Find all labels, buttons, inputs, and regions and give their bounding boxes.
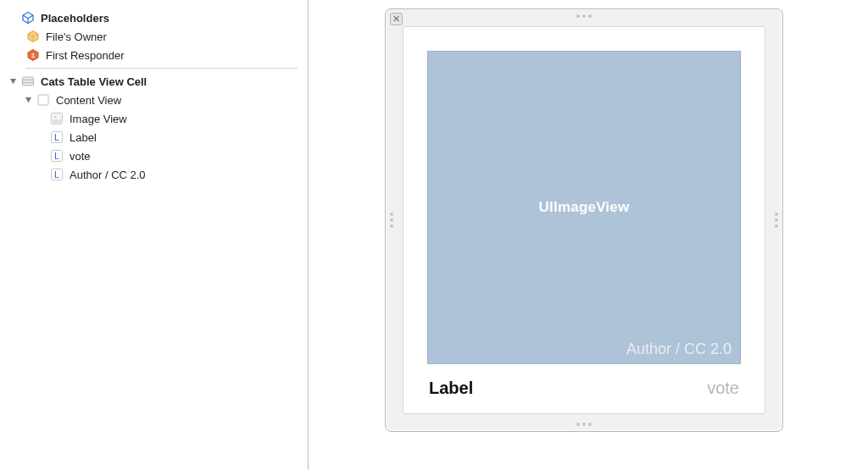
blank-disclosure (7, 12, 19, 24)
files-owner-icon (25, 29, 41, 44)
svg-marker-10 (25, 97, 31, 102)
resize-grip-bottom[interactable] (576, 423, 592, 426)
outline-item-label: First Responder (46, 49, 301, 62)
outline-label[interactable]: L Label (0, 128, 308, 147)
resize-grip-left[interactable] (390, 213, 393, 228)
outline-item-label: Cats Table View Cell (41, 75, 301, 88)
first-responder-icon: 1 (25, 47, 41, 63)
canvas-label[interactable]: Label (429, 379, 473, 398)
uilabel-icon: L (49, 167, 64, 182)
disclosure-triangle-icon[interactable] (22, 94, 34, 106)
placeholders-icon (20, 10, 36, 25)
resize-grip-right[interactable] (775, 213, 778, 228)
close-icon[interactable]: ✕ (390, 13, 403, 25)
svg-text:1: 1 (31, 52, 36, 59)
outline-item-label: vote (70, 150, 301, 163)
view-icon (36, 92, 51, 108)
svg-rect-7 (23, 77, 34, 86)
svg-text:L: L (54, 169, 59, 180)
svg-marker-6 (9, 78, 15, 83)
canvas-cell-container[interactable]: ✕ UIImageView Author / CC 2.0 Label vote (385, 8, 783, 432)
outline-item-label: Image View (70, 113, 301, 125)
outline-item-label: Label (70, 131, 301, 144)
outline-author[interactable]: L Author / CC 2.0 (0, 165, 308, 184)
interface-builder-canvas[interactable]: ✕ UIImageView Author / CC 2.0 Label vote (309, 0, 868, 470)
outline-placeholders-header[interactable]: Placeholders (0, 8, 308, 27)
uilabel-icon: L (49, 130, 64, 145)
svg-text:L: L (54, 132, 59, 142)
tableviewcell-icon (20, 74, 36, 89)
imageview-icon (49, 111, 64, 126)
svg-text:L: L (54, 151, 59, 161)
disclosure-triangle-icon[interactable] (7, 75, 19, 87)
outline-first-responder[interactable]: 1 First Responder (0, 46, 308, 64)
outline-image-view[interactable]: Image View (0, 109, 308, 128)
outline-cell-group[interactable]: Cats Table View Cell (0, 72, 308, 91)
canvas-image-view[interactable]: UIImageView Author / CC 2.0 (427, 51, 741, 364)
uilabel-icon: L (49, 148, 64, 163)
document-outline: Placeholders File's Owner 1 First Respon… (0, 0, 309, 470)
canvas-vote-label[interactable]: vote (707, 379, 739, 398)
outline-files-owner[interactable]: File's Owner (0, 27, 308, 46)
outline-item-label: Content View (56, 94, 301, 107)
outline-item-label: Author / CC 2.0 (70, 169, 301, 181)
outline-separator (25, 68, 298, 69)
outline-item-label: Placeholders (41, 12, 301, 25)
canvas-author-label[interactable]: Author / CC 2.0 (626, 340, 732, 358)
resize-grip-top[interactable] (576, 14, 592, 18)
imageview-placeholder-text: UIImageView (539, 199, 630, 216)
svg-point-13 (54, 116, 57, 119)
outline-item-label: File's Owner (46, 30, 301, 43)
svg-rect-11 (38, 95, 48, 105)
outline-vote[interactable]: L vote (0, 147, 308, 165)
outline-content-view[interactable]: Content View (0, 91, 308, 109)
canvas-content-view[interactable]: UIImageView Author / CC 2.0 Label vote (403, 26, 765, 414)
